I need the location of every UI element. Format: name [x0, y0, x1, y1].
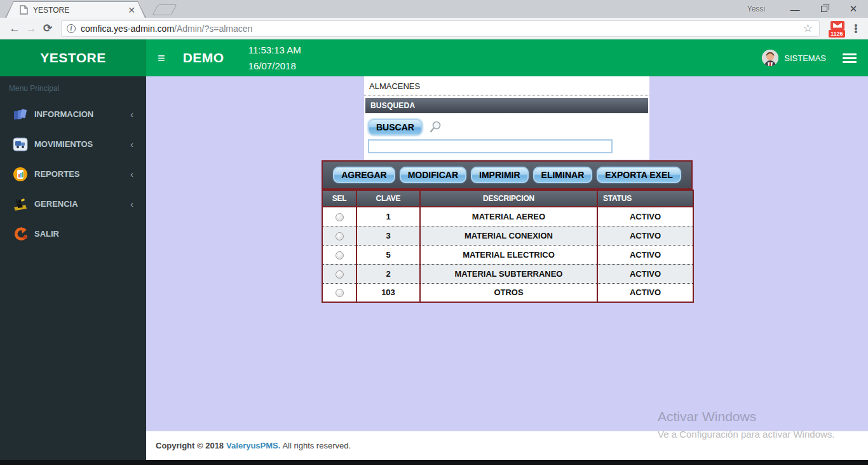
cell-descripcion: MATERIAL AEREO	[420, 207, 597, 226]
tab-close-icon[interactable]: ✕	[128, 6, 135, 15]
window-minimize-button[interactable]: —	[780, 0, 810, 18]
cell-descripcion: MATERIAL CONEXION	[420, 226, 597, 245]
window-restore-button[interactable]	[810, 0, 839, 18]
main-content: ALMACENES BUSQUEDA BUSCAR AGREGAR MODIFI…	[146, 76, 868, 465]
chevron-left-icon: ‹	[130, 169, 133, 179]
address-bar[interactable]: i comfica.yes-admin.com/Admin/?s=almacen…	[61, 20, 820, 37]
buscar-button[interactable]: BUSCAR	[368, 119, 423, 135]
cell-status: ACTIVO	[597, 264, 693, 283]
rights-text: All rights reserved.	[282, 441, 351, 450]
cell-clave: 2	[356, 264, 420, 283]
mail-icon	[831, 21, 844, 30]
col-header-descripcion: DESCRIPCION	[420, 190, 597, 207]
cell-clave: 103	[356, 283, 420, 302]
table-row: 103 OTROS ACTIVO	[322, 283, 693, 302]
footer: Copyright © 2018 ValeryusPMS. All rights…	[146, 431, 868, 460]
sidebar-toggle-icon[interactable]: ≡	[146, 51, 177, 66]
browser-profile-name[interactable]: Yessi	[747, 4, 765, 13]
tab-title: YESTORE	[33, 6, 128, 15]
page-title: ALMACENES	[364, 76, 649, 95]
cell-clave: 3	[356, 226, 420, 245]
cell-status: ACTIVO	[597, 283, 693, 302]
report-icon	[13, 167, 28, 181]
imprimir-button[interactable]: IMPRIMIR	[471, 167, 529, 183]
control-sidebar-toggle-icon[interactable]	[843, 52, 857, 65]
almacenes-table: SEL CLAVE DESCRIPCION STATUS 1 MATERIAL …	[322, 190, 694, 303]
page-info-icon[interactable]: i	[67, 24, 76, 33]
search-panel: ALMACENES BUSQUEDA BUSCAR	[364, 76, 649, 160]
modificar-button[interactable]: MODIFICAR	[400, 167, 466, 183]
management-icon	[13, 197, 28, 211]
mail-extension-button[interactable]: 1126	[830, 20, 845, 38]
folders-icon	[13, 108, 28, 121]
col-header-sel: SEL	[322, 190, 356, 207]
cell-status: ACTIVO	[597, 226, 693, 245]
sidebar-item-gerencia[interactable]: GERENCIA ‹	[0, 189, 146, 219]
agregar-button[interactable]: AGREGAR	[333, 167, 395, 183]
row-select-radio[interactable]	[336, 232, 344, 240]
exit-icon	[13, 227, 28, 241]
datetime-display: 11:53:13 AM 16/07/2018	[248, 42, 301, 74]
col-header-status: STATUS	[597, 190, 693, 207]
cell-clave: 1	[356, 207, 420, 226]
user-avatar[interactable]	[762, 50, 778, 66]
mail-badge: 1126	[829, 30, 845, 38]
sidebar-item-reportes[interactable]: REPORTES ‹	[0, 159, 146, 189]
chevron-left-icon: ‹	[130, 109, 133, 120]
browser-titlebar: YESTORE ✕ Yessi — ✕	[0, 0, 868, 18]
row-select-radio[interactable]	[336, 251, 344, 260]
window-close-button[interactable]: ✕	[839, 0, 868, 18]
page-favicon-icon	[20, 5, 28, 15]
app-title: DEMO	[183, 50, 224, 66]
table-row: 5 MATERIAL ELECTRICO ACTIVO	[322, 245, 693, 264]
sidebar-item-movimientos[interactable]: MOVIMIENTOS ‹	[0, 129, 146, 159]
cell-status: ACTIVO	[597, 207, 693, 226]
browser-tab[interactable]: YESTORE ✕	[5, 1, 146, 18]
search-icon	[428, 120, 442, 134]
table-row: 3 MATERIAL CONEXION ACTIVO	[322, 226, 693, 245]
copyright-text: Copyright © 2018	[156, 441, 224, 450]
url-text[interactable]: comfica.yes-admin.com/Admin/?s=almacen	[81, 24, 803, 34]
sidebar-item-salir[interactable]: SALIR	[0, 219, 146, 249]
almacenes-table-block: AGREGAR MODIFICAR IMPRIMIR ELIMINAR EXPO…	[322, 160, 693, 303]
search-section-header: BUSQUEDA	[365, 98, 648, 113]
search-input[interactable]	[368, 139, 613, 153]
reload-button[interactable]: ⟳	[39, 22, 56, 35]
new-tab-button[interactable]	[152, 4, 177, 15]
row-select-radio[interactable]	[336, 289, 344, 297]
browser-menu-icon[interactable]: •••	[850, 24, 862, 33]
eliminar-button[interactable]: ELIMINAR	[533, 167, 593, 183]
cell-status: ACTIVO	[597, 245, 693, 264]
taskbar-edge	[0, 460, 868, 465]
table-header-row: SEL CLAVE DESCRIPCION STATUS	[322, 190, 693, 207]
chevron-left-icon: ‹	[130, 139, 133, 149]
exporta-exel-button[interactable]: EXPORTA EXEL	[597, 167, 681, 183]
table-row: 1 MATERIAL AEREO ACTIVO	[322, 207, 693, 226]
browser-window: YESTORE ✕ Yessi — ✕ ← → ⟳ i comfica.yes-…	[0, 0, 868, 465]
col-header-clave: CLAVE	[356, 190, 420, 207]
bookmark-star-icon[interactable]: ☆	[803, 22, 813, 35]
back-button[interactable]: ←	[6, 22, 23, 35]
user-menu[interactable]: SISTEMAS	[784, 53, 826, 63]
cell-descripcion: MATERIAL ELECTRICO	[420, 245, 597, 264]
forward-button[interactable]: →	[23, 22, 39, 35]
app-header: YESTORE ≡ DEMO 11:53:13 AM 16/07/2018	[0, 39, 868, 76]
clock-time: 11:53:13 AM	[248, 42, 301, 58]
table-action-bar: AGREGAR MODIFICAR IMPRIMIR ELIMINAR EXPO…	[322, 160, 693, 190]
clock-date: 16/07/2018	[248, 58, 301, 74]
cell-descripcion: MATERIAL SUBTERRANEO	[420, 264, 597, 283]
cell-descripcion: OTROS	[420, 283, 597, 302]
sidebar-item-informacion[interactable]: INFORMACION ‹	[0, 99, 146, 129]
row-select-radio[interactable]	[336, 213, 344, 221]
chevron-left-icon: ‹	[130, 198, 133, 209]
sidebar: Menu Principal INFORMACION ‹	[0, 76, 146, 465]
sidebar-section-label: Menu Principal	[0, 76, 146, 99]
browser-toolbar: ← → ⟳ i comfica.yes-admin.com/Admin/?s=a…	[0, 18, 868, 39]
table-row: 2 MATERIAL SUBTERRANEO ACTIVO	[322, 264, 693, 283]
truck-icon	[13, 137, 28, 151]
app-logo[interactable]: YESTORE	[0, 39, 146, 76]
row-select-radio[interactable]	[336, 270, 344, 279]
cell-clave: 5	[356, 245, 420, 264]
brand-link[interactable]: ValeryusPMS.	[226, 441, 280, 450]
